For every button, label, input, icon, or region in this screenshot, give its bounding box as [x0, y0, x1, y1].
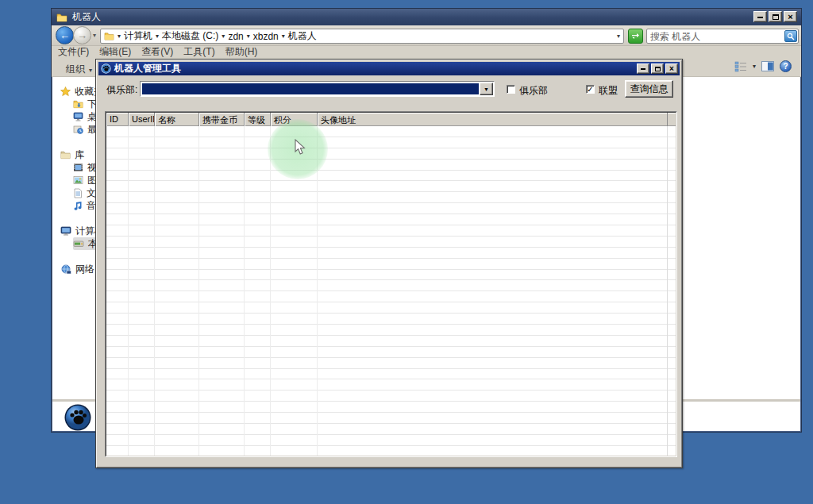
- table-grid-line: [244, 126, 245, 456]
- table-grid-line: [667, 126, 668, 456]
- breadcrumb-separator-icon[interactable]: ▾: [282, 33, 285, 40]
- table-row: [106, 126, 676, 137]
- search-icon: [787, 33, 795, 40]
- recent-pages-chevron-icon[interactable]: ▾: [93, 32, 96, 39]
- table-row: [106, 137, 676, 148]
- dialog-titlebar[interactable]: 机器人管理工具 ×: [98, 62, 680, 75]
- table-row: [106, 171, 676, 182]
- address-bar[interactable]: ▾计算机▾本地磁盘 (C:)▾zdn▾xbzdn▾机器人 ▾: [100, 29, 624, 44]
- club-label: 俱乐部:: [106, 83, 137, 97]
- explorer-titlebar[interactable]: 机器人 ×: [52, 9, 801, 25]
- selected-file-paw-icon: [64, 403, 92, 432]
- table-row: [106, 203, 676, 214]
- preview-pane-button[interactable]: [761, 61, 774, 71]
- table-row: [106, 192, 676, 203]
- music-icon: [73, 201, 83, 211]
- back-button[interactable]: ←: [56, 26, 74, 44]
- column-header-积分[interactable]: 积分: [271, 113, 318, 126]
- maximize-button[interactable]: [769, 11, 782, 22]
- dialog-maximize-button[interactable]: [651, 63, 664, 74]
- close-button[interactable]: ×: [784, 11, 797, 22]
- column-header-名称[interactable]: 名称: [155, 113, 199, 126]
- menu-item[interactable]: 查看(V): [141, 45, 173, 59]
- menu-bar: 文件(F)编辑(E)查看(V)工具(T)帮助(H): [52, 46, 801, 58]
- sidebar-group-网络[interactable]: 网络: [60, 263, 94, 275]
- dialog-minimize-button[interactable]: [637, 63, 649, 74]
- refresh-button[interactable]: [628, 29, 643, 44]
- address-dropdown-icon[interactable]: ▾: [617, 33, 620, 40]
- table-grid-line: [270, 126, 271, 456]
- chevron-down-icon: ▼: [484, 87, 489, 92]
- dialog-title: 机器人管理工具: [114, 62, 181, 75]
- search-input[interactable]: [650, 30, 777, 42]
- minimize-button[interactable]: [753, 11, 767, 22]
- table-row: [106, 424, 676, 435]
- organize-button[interactable]: 组织▾: [61, 61, 97, 78]
- breadcrumb-item[interactable]: 机器人: [288, 29, 317, 43]
- minimize-icon: [641, 66, 645, 70]
- table-row: [106, 413, 676, 424]
- breadcrumb-item[interactable]: 本地磁盘 (C:): [162, 29, 218, 43]
- desktop-icon: [73, 112, 83, 121]
- refresh-icon: [631, 33, 640, 40]
- back-arrow-icon: ←: [56, 29, 73, 41]
- table-row: [106, 336, 676, 347]
- breadcrumb-separator-icon[interactable]: ▾: [156, 33, 159, 40]
- table-grid-line: [128, 126, 129, 456]
- views-dropdown-icon[interactable]: ▾: [753, 63, 756, 70]
- column-header-ID[interactable]: ID: [106, 113, 129, 126]
- videos-icon: [73, 163, 83, 172]
- close-icon: ×: [788, 13, 792, 21]
- folder-icon: [56, 13, 67, 22]
- table-row: [106, 369, 676, 380]
- menu-item[interactable]: 文件(F): [58, 45, 89, 59]
- query-info-button[interactable]: 查询信息: [625, 80, 673, 98]
- forward-button[interactable]: →: [73, 26, 91, 44]
- breadcrumb: ▾计算机▾本地磁盘 (C:)▾zdn▾xbzdn▾机器人: [114, 29, 317, 43]
- combobox-arrow-button[interactable]: ▼: [480, 83, 493, 95]
- close-icon: ×: [669, 64, 674, 73]
- table-row: [106, 270, 676, 281]
- table-row: [106, 358, 676, 369]
- menu-item[interactable]: 编辑(E): [99, 45, 131, 59]
- column-header-携带金币[interactable]: 携带金币: [199, 113, 245, 126]
- library-icon: [60, 150, 71, 160]
- help-button[interactable]: ?: [780, 60, 792, 72]
- change-view-button[interactable]: [734, 61, 747, 72]
- club-checkbox-label: 俱乐部: [519, 84, 548, 98]
- club-combobox[interactable]: ▼: [140, 81, 495, 97]
- table-row: [106, 291, 676, 302]
- union-checkbox-label: 联盟: [599, 84, 618, 98]
- union-checkbox[interactable]: ✓: [586, 85, 595, 94]
- table-row: [106, 314, 676, 325]
- table-row: [106, 325, 676, 336]
- minimize-icon: [757, 13, 763, 18]
- breadcrumb-item[interactable]: xbzdn: [253, 31, 279, 42]
- club-checkbox[interactable]: [507, 85, 515, 94]
- column-header-头像地址[interactable]: 头像地址: [318, 113, 668, 126]
- table-grid-line: [317, 126, 318, 456]
- menu-item[interactable]: 帮助(H): [225, 45, 258, 59]
- breadcrumb-separator-icon[interactable]: ▾: [247, 33, 250, 40]
- breadcrumb-item[interactable]: 计算机: [124, 29, 152, 43]
- table-body[interactable]: [106, 126, 676, 456]
- breadcrumb-item[interactable]: zdn: [228, 31, 243, 42]
- table-grid-line: [154, 126, 155, 456]
- column-header-等级[interactable]: 等级: [245, 113, 271, 126]
- menu-item[interactable]: 工具(T): [183, 45, 214, 59]
- breadcrumb-separator-icon[interactable]: ▾: [118, 33, 121, 40]
- breadcrumb-separator-icon[interactable]: ▾: [222, 33, 225, 40]
- search-button[interactable]: [784, 30, 797, 42]
- table-grid-line: [198, 126, 199, 456]
- star-icon: [60, 87, 71, 97]
- column-header-UserID[interactable]: UserID: [129, 113, 155, 126]
- table-row: [106, 237, 676, 248]
- robot-table-inner: IDUserID名称携带金币等级积分头像地址: [106, 112, 676, 456]
- table-row: [106, 379, 676, 391]
- table-row: [106, 214, 676, 225]
- address-row: ← → ▾ ▾计算机▾本地磁盘 (C:)▾zdn▾xbzdn▾机器人 ▾: [52, 25, 801, 46]
- club-combobox-selection: [142, 83, 479, 94]
- dialog-close-button[interactable]: ×: [665, 63, 678, 74]
- table-row: [106, 181, 676, 192]
- sidebar-group-库[interactable]: 库: [60, 148, 84, 161]
